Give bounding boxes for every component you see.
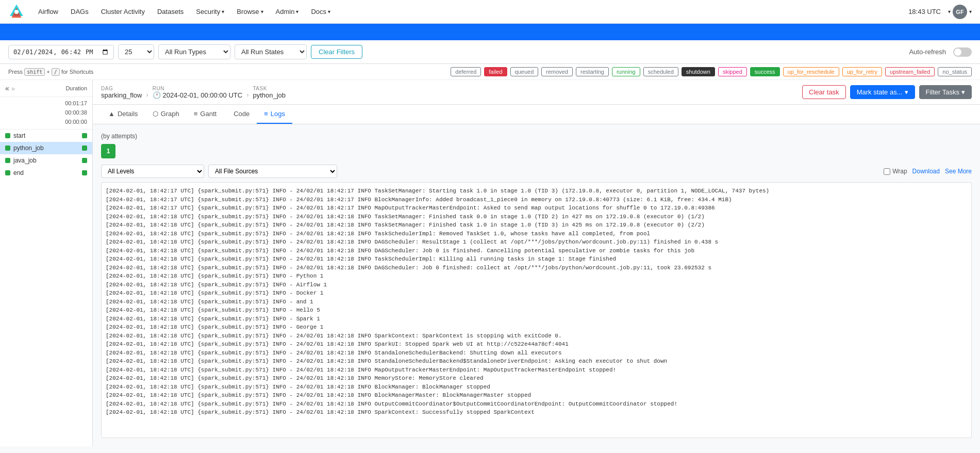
nav-time[interactable]: 18:43 UTC	[908, 8, 941, 15]
sep2: ›	[246, 91, 248, 99]
task-status-dot-right	[82, 133, 87, 138]
docs-caret: ▾	[328, 9, 330, 14]
breadcrumb: DAG sparking_flow › Run 🕐 2024-02-01, 00…	[101, 86, 794, 99]
clear-filters-button[interactable]: Clear Filters	[311, 45, 362, 59]
log-line: [2024-02-01, 18:42:18 UTC] {spark_submit…	[106, 306, 967, 315]
badge-queued[interactable]: queued	[510, 67, 539, 76]
tab-logs[interactable]: ≡ Logs	[257, 105, 292, 124]
badge-restarting[interactable]: restarting	[576, 67, 609, 76]
badge-success[interactable]: success	[750, 67, 780, 76]
mark-state-button[interactable]: Mark state as... ▾	[850, 85, 915, 99]
dag-value[interactable]: sparking_flow	[101, 91, 142, 99]
expand-icon: »	[11, 85, 15, 92]
task-name-label: end	[10, 169, 82, 176]
log-filters: All Levels All File Sources Wrap Downloa…	[101, 165, 972, 178]
duration-value: 00:01:17	[65, 100, 87, 106]
run-value[interactable]: 🕐 2024-02-01, 00:00:00 UTC	[153, 91, 242, 99]
nav-security[interactable]: Security ▾	[191, 6, 229, 18]
plus-sign: +	[46, 69, 51, 75]
airflow-logo[interactable]	[8, 4, 25, 20]
clear-task-button[interactable]: Clear task	[802, 85, 846, 99]
log-line: [2024-02-01, 18:42:17 UTC] {spark_submit…	[106, 204, 967, 213]
auto-refresh-toggle[interactable]	[953, 47, 972, 57]
log-line: [2024-02-01, 18:42:18 UTC] {spark_submit…	[106, 357, 967, 366]
shortcut-hint: Press shift + / for Shortcuts	[8, 69, 93, 75]
duration-value: 00:00:38	[65, 109, 87, 116]
tab-code[interactable]: Code	[224, 105, 257, 124]
log-actions: Wrap Download See More	[884, 168, 972, 175]
tab-gantt[interactable]: ≡ Gantt	[187, 105, 224, 124]
badge-up_for_reschedule[interactable]: up_for_reschedule	[783, 67, 839, 76]
run-section: Run 🕐 2024-02-01, 00:00:00 UTC	[153, 86, 242, 99]
duration-value: 00:00:00	[65, 119, 87, 125]
log-line: [2024-02-01, 18:42:17 UTC] {spark_submit…	[106, 196, 967, 204]
sidebar: « » Duration 00:01:1700:00:3800:00:00 st…	[0, 80, 93, 446]
nav-datasets[interactable]: Datasets	[152, 6, 189, 18]
sidebar-task-end[interactable]: end	[0, 167, 92, 179]
run-types-select[interactable]: All Run Types	[158, 44, 230, 59]
task-section: Task python_job	[253, 86, 286, 99]
wrap-label: Wrap	[884, 168, 907, 175]
log-line: [2024-02-01, 18:42:18 UTC] {spark_submit…	[106, 221, 967, 230]
badge-scheduled[interactable]: scheduled	[643, 67, 678, 76]
task-status-dot-right	[82, 170, 87, 175]
see-more-link[interactable]: See More	[945, 168, 972, 175]
attempt-badges: 1	[101, 144, 972, 158]
log-level-select[interactable]: All Levels	[101, 165, 204, 178]
badge-upstream_failed[interactable]: upstream_failed	[885, 67, 935, 76]
log-line: [2024-02-01, 18:42:18 UTC] {spark_submit…	[106, 264, 967, 272]
wrap-checkbox[interactable]	[884, 168, 890, 175]
download-link[interactable]: Download	[912, 168, 940, 175]
log-line: [2024-02-01, 18:42:18 UTC] {spark_submit…	[106, 315, 967, 323]
nav-browse[interactable]: Browse ▾	[231, 6, 268, 18]
task-name-label: start	[10, 132, 82, 139]
run-states-select[interactable]: All Run States	[235, 44, 307, 59]
dag-section: DAG sparking_flow	[101, 86, 142, 99]
sidebar-task-start[interactable]: start	[0, 130, 92, 142]
log-line: [2024-02-01, 18:42:18 UTC] {spark_submit…	[106, 374, 967, 383]
badge-failed[interactable]: failed	[484, 67, 507, 76]
badge-skipped[interactable]: skipped	[718, 67, 747, 76]
sidebar-header: « » Duration	[0, 80, 92, 97]
log-container[interactable]: [2024-02-01, 18:42:17 UTC] {spark_submit…	[101, 182, 972, 438]
badge-up_for_retry[interactable]: up_for_retry	[842, 67, 882, 76]
run-count-select[interactable]: 25	[118, 44, 154, 59]
badge-running[interactable]: running	[612, 67, 640, 76]
tab-icon-logs: ≡	[264, 110, 268, 118]
status-badges: deferredfailedqueuedremovedrestartingrun…	[451, 67, 972, 76]
task-status-dot-right	[82, 145, 87, 151]
sidebar-task-python_job[interactable]: python_job	[0, 142, 92, 154]
nav-docs[interactable]: Docs ▾	[306, 6, 336, 18]
attempt-1-badge[interactable]: 1	[101, 144, 115, 158]
log-line: [2024-02-01, 18:42:18 UTC] {spark_submit…	[106, 391, 967, 400]
sidebar-task-java_job[interactable]: java_job	[0, 154, 92, 167]
navbar: Airflow DAGs Cluster Activity Datasets S…	[0, 0, 980, 24]
task-name-label: java_job	[10, 157, 82, 164]
badge-shutdown[interactable]: shutdown	[682, 67, 715, 76]
log-line: [2024-02-01, 18:42:18 UTC] {spark_submit…	[106, 323, 967, 332]
task-list: startpython_jobjava_jobend	[0, 130, 92, 446]
task-status-dot	[5, 133, 10, 138]
badge-removed[interactable]: removed	[541, 67, 573, 76]
tab-graph[interactable]: ⬡ Graph	[145, 105, 187, 124]
nav-dags[interactable]: DAGs	[65, 6, 94, 18]
badge-deferred[interactable]: deferred	[451, 67, 481, 76]
log-source-select[interactable]: All File Sources	[208, 165, 337, 178]
user-avatar[interactable]: GF	[953, 5, 967, 19]
duration-values: 00:01:1700:00:3800:00:00	[0, 97, 92, 130]
main-content: « » Duration 00:01:1700:00:3800:00:00 st…	[0, 80, 980, 446]
nav-cluster-activity[interactable]: Cluster Activity	[96, 6, 150, 18]
log-line: [2024-02-01, 18:42:18 UTC] {spark_submit…	[106, 383, 967, 392]
filter-tasks-button[interactable]: Filter Tasks ▾	[919, 85, 972, 99]
nav-admin[interactable]: Admin ▾	[271, 6, 304, 18]
log-line: [2024-02-01, 18:42:18 UTC] {spark_submit…	[106, 289, 967, 298]
filter-tasks-caret: ▾	[961, 88, 965, 96]
date-filter[interactable]	[8, 45, 114, 59]
log-line: [2024-02-01, 18:42:17 UTC] {spark_submit…	[106, 187, 967, 196]
tab-details[interactable]: ▲ Details	[101, 105, 145, 124]
log-line: [2024-02-01, 18:42:18 UTC] {spark_submit…	[106, 298, 967, 306]
shortcuts-text: for Shortcuts	[61, 69, 93, 75]
sidebar-collapse-button[interactable]: «	[5, 84, 9, 92]
time-caret: ▾	[948, 9, 951, 14]
badge-no_status[interactable]: no_status	[938, 67, 972, 76]
